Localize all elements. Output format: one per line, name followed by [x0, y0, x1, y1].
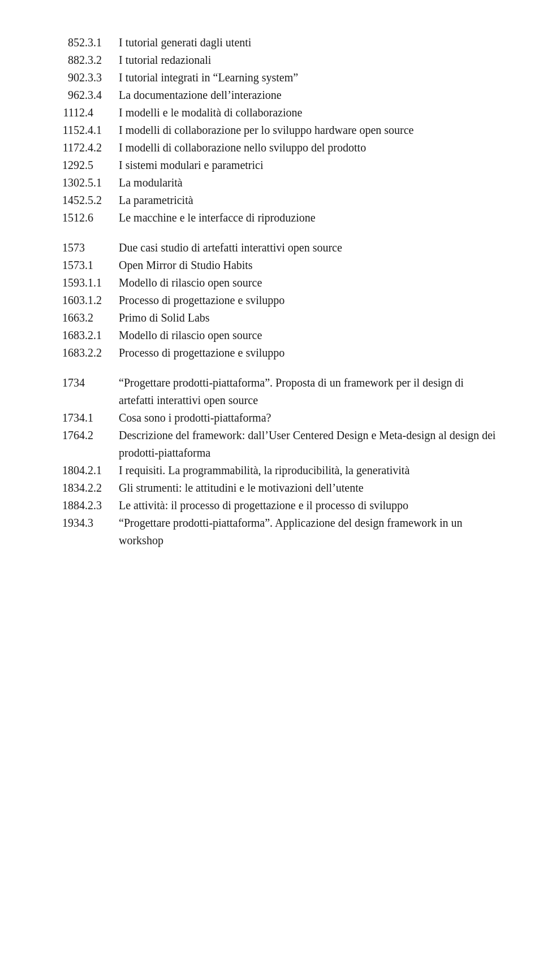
toc-entry-title: Primo di Solid Labs [119, 309, 498, 327]
toc-entry-title: “Progettare prodotti-piattaforma”. Propo… [119, 374, 498, 409]
toc-row: 1683.2.1Modello di rilascio open source [45, 327, 498, 344]
toc-section-number: 2.4 [79, 104, 119, 122]
toc-row: 1512.6Le macchine e le interfacce di rip… [45, 209, 498, 227]
toc-section-number: 2.5.2 [79, 192, 119, 209]
toc-page-number: 160 [45, 292, 79, 309]
toc-entry-title: “Progettare prodotti-piattaforma”. Appli… [119, 514, 498, 549]
toc-row: 1603.1.2Processo di progettazione e svil… [45, 292, 498, 309]
toc-page-number: 145 [45, 192, 79, 209]
toc-page-number: 188 [45, 497, 79, 514]
toc-section-number: 3 [79, 239, 119, 257]
toc-entry-title: I requisiti. La programmabilità, la ripr… [119, 462, 498, 479]
toc-section-number: 2.4.2 [79, 139, 119, 157]
toc-page-number: 129 [45, 157, 79, 174]
toc-section-number: 4.2 [79, 427, 119, 462]
toc-row: 1292.5I sistemi modulari e parametrici [45, 157, 498, 174]
toc-page-number: 130 [45, 174, 79, 192]
toc-row: 1302.5.1La modularità [45, 174, 498, 192]
toc-page-number: 88 [45, 51, 79, 69]
toc-page-number: 183 [45, 479, 79, 497]
toc-row: 852.3.1I tutorial generati dagli utenti [45, 34, 498, 51]
toc-section-number: 4.2.2 [79, 479, 119, 497]
toc-entry-title: I tutorial integrati in “Learning system… [119, 69, 498, 86]
toc-entry-title: Le macchine e le interfacce di riproduzi… [119, 209, 498, 227]
toc-section-number: 3.2.1 [79, 327, 119, 344]
toc-row: 1734“Progettare prodotti-piattaforma”. P… [45, 374, 498, 409]
toc-row: 1804.2.1I requisiti. La programmabilità,… [45, 462, 498, 479]
toc-row: 1573Due casi studio di artefatti interat… [45, 239, 498, 257]
toc-section-number: 2.4.1 [79, 122, 119, 139]
toc-section-number: 2.3.4 [79, 86, 119, 104]
toc-page-number: 176 [45, 427, 79, 462]
toc-section-number: 2.6 [79, 209, 119, 227]
toc-entry-title: Gli strumenti: le attitudini e le motiva… [119, 479, 498, 497]
toc-row: 1663.2Primo di Solid Labs [45, 309, 498, 327]
toc-entry-title: La parametricità [119, 192, 498, 209]
toc-section-number: 2.5.1 [79, 174, 119, 192]
toc-spacer [45, 362, 498, 374]
toc-entry-title: La modularità [119, 174, 498, 192]
toc-row: 1834.2.2Gli strumenti: le attitudini e l… [45, 479, 498, 497]
toc-page-number: 193 [45, 514, 79, 549]
toc-page-number: 151 [45, 209, 79, 227]
toc-section-number: 2.3.3 [79, 69, 119, 86]
toc-row: 962.3.4La documentazione dell’interazion… [45, 86, 498, 104]
toc-section-number: 3.2.2 [79, 344, 119, 362]
toc-entry-title: Processo di progettazione e sviluppo [119, 292, 498, 309]
toc-row: 1593.1.1Modello di rilascio open source [45, 274, 498, 292]
toc-section-number: 4.2.1 [79, 462, 119, 479]
toc-row: 1734.1Cosa sono i prodotti-piattaforma? [45, 409, 498, 427]
toc-entry-title: I modelli di collaborazione per lo svilu… [119, 122, 498, 139]
toc-section-number: 4.2.3 [79, 497, 119, 514]
toc-page-number: 157 [45, 257, 79, 274]
toc-entry-title: Cosa sono i prodotti-piattaforma? [119, 409, 498, 427]
toc-row: 1683.2.2Processo di progettazione e svil… [45, 344, 498, 362]
toc-page-number: 166 [45, 309, 79, 327]
toc-page-number: 157 [45, 239, 79, 257]
toc-page-number: 173 [45, 374, 79, 409]
toc-section-number: 4.1 [79, 409, 119, 427]
toc-entry-title: Open Mirror di Studio Habits [119, 257, 498, 274]
toc-row: 1884.2.3Le attività: il processo di prog… [45, 497, 498, 514]
toc-section-number: 2.3.1 [79, 34, 119, 51]
toc-page-number: 173 [45, 409, 79, 427]
toc-row: 1172.4.2I modelli di collaborazione nell… [45, 139, 498, 157]
toc-row: 1934.3“Progettare prodotti-piattaforma”.… [45, 514, 498, 549]
toc-page-number: 115 [45, 122, 79, 139]
toc-entry-title: I modelli di collaborazione nello svilup… [119, 139, 498, 157]
toc-entry-title: I sistemi modulari e parametrici [119, 157, 498, 174]
toc-section-number: 4 [79, 374, 119, 409]
toc-entry-title: Due casi studio di artefatti interattivi… [119, 239, 498, 257]
toc-page-number: 180 [45, 462, 79, 479]
toc-entry-title: Processo di progettazione e sviluppo [119, 344, 498, 362]
toc-page-number: 111 [45, 104, 79, 122]
toc-table: 852.3.1I tutorial generati dagli utenti8… [45, 34, 498, 549]
toc-page-number: 168 [45, 327, 79, 344]
toc-entry-title: Modello di rilascio open source [119, 327, 498, 344]
toc-row: 1152.4.1I modelli di collaborazione per … [45, 122, 498, 139]
toc-row: 902.3.3I tutorial integrati in “Learning… [45, 69, 498, 86]
toc-section-number: 3.1.2 [79, 292, 119, 309]
toc-section-number: 3.1 [79, 257, 119, 274]
toc-entry-title: I modelli e le modalità di collaborazion… [119, 104, 498, 122]
toc-row: 1573.1Open Mirror di Studio Habits [45, 257, 498, 274]
toc-entry-title: I tutorial generati dagli utenti [119, 34, 498, 51]
toc-spacer [45, 227, 498, 239]
toc-page-number: 96 [45, 86, 79, 104]
toc-section-number: 2.3.2 [79, 51, 119, 69]
toc-entry-title: I tutorial redazionali [119, 51, 498, 69]
toc-row: 1112.4I modelli e le modalità di collabo… [45, 104, 498, 122]
toc-row: 1452.5.2La parametricità [45, 192, 498, 209]
toc-page-number: 90 [45, 69, 79, 86]
toc-entry-title: Descrizione del framework: dall’User Cen… [119, 427, 498, 462]
toc-page-number: 159 [45, 274, 79, 292]
toc-page-number: 85 [45, 34, 79, 51]
toc-entry-title: Modello di rilascio open source [119, 274, 498, 292]
toc-page-number: 168 [45, 344, 79, 362]
toc-page-number: 117 [45, 139, 79, 157]
toc-section-number: 3.1.1 [79, 274, 119, 292]
toc-entry-title: Le attività: il processo di progettazion… [119, 497, 498, 514]
toc-row: 1764.2Descrizione del framework: dall’Us… [45, 427, 498, 462]
toc-section-number: 4.3 [79, 514, 119, 549]
toc-entry-title: La documentazione dell’interazione [119, 86, 498, 104]
